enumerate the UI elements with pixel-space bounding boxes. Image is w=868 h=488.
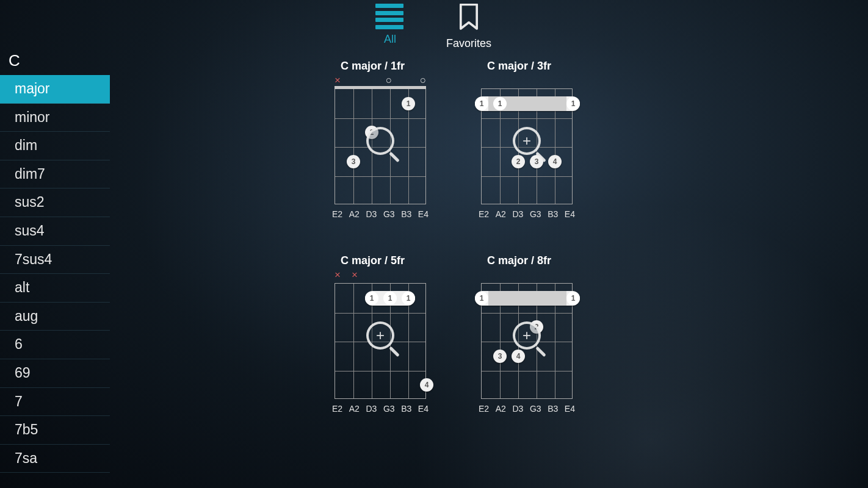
sidebar-item-6[interactable]: 6 bbox=[0, 331, 110, 359]
fretboard: 123 bbox=[335, 88, 426, 204]
sidebar-item-dim[interactable]: dim bbox=[0, 132, 110, 160]
list-icon bbox=[377, 4, 403, 29]
tab-all-label: All bbox=[384, 33, 396, 46]
string-labels: E2A2D3G3B3E4 bbox=[479, 404, 575, 414]
fretboard: 1114+ bbox=[335, 283, 426, 399]
zoom-icon[interactable]: + bbox=[366, 321, 394, 350]
chord-title: C major / 8fr bbox=[476, 254, 598, 267]
fretboard: 111234+ bbox=[481, 88, 573, 204]
chord-card-3[interactable]: C major / 8fr11234+E2A2D3G3B3E4 bbox=[476, 254, 598, 414]
tab-favorites[interactable]: Favorites bbox=[446, 4, 491, 50]
sidebar-item-alt[interactable]: alt bbox=[0, 274, 110, 303]
finger-dot: 4 bbox=[548, 155, 562, 168]
fret-header bbox=[477, 76, 576, 87]
chord-diagram-grid: C major / 1fr×○○123E2A2D3G3B3E4C major /… bbox=[330, 60, 623, 414]
finger-dot: 3 bbox=[347, 155, 360, 168]
sidebar-item-69[interactable]: 69 bbox=[0, 359, 110, 388]
fret-header: ×× bbox=[331, 271, 430, 282]
chord-type-sidebar: C majorminordimdim7sus2sus47sus4altaug66… bbox=[0, 49, 110, 473]
sidebar-item-7[interactable]: 7 bbox=[0, 388, 110, 417]
sidebar-item-aug[interactable]: aug bbox=[0, 303, 110, 331]
chord-card-1[interactable]: C major / 3fr111234+E2A2D3G3B3E4 bbox=[476, 60, 598, 219]
sidebar-item-major[interactable]: major bbox=[0, 75, 110, 104]
finger-dot: 1 bbox=[402, 97, 415, 110]
root-note-label[interactable]: C bbox=[0, 49, 110, 75]
chord-card-0[interactable]: C major / 1fr×○○123E2A2D3G3B3E4 bbox=[330, 60, 452, 219]
fret-header bbox=[477, 271, 576, 282]
chord-title: C major / 5fr bbox=[330, 254, 452, 267]
finger-dot: 2 bbox=[512, 155, 525, 168]
bookmark-icon bbox=[458, 4, 480, 34]
zoom-icon[interactable] bbox=[366, 127, 394, 155]
sidebar-item-sus4[interactable]: sus4 bbox=[0, 217, 110, 246]
sidebar-item-sus2[interactable]: sus2 bbox=[0, 188, 110, 217]
string-labels: E2A2D3G3B3E4 bbox=[479, 209, 575, 219]
string-labels: E2A2D3G3B3E4 bbox=[332, 404, 429, 414]
finger-dot: 4 bbox=[512, 350, 525, 363]
finger-dot: 4 bbox=[420, 378, 433, 392]
tab-all[interactable]: All bbox=[377, 4, 403, 50]
sidebar-item-7sus4[interactable]: 7sus4 bbox=[0, 246, 110, 274]
chord-title: C major / 1fr bbox=[330, 60, 452, 73]
fretboard: 11234+ bbox=[481, 283, 573, 399]
sidebar-item-minor[interactable]: minor bbox=[0, 104, 110, 132]
string-labels: E2A2D3G3B3E4 bbox=[332, 209, 429, 219]
barre: 11 bbox=[475, 291, 580, 306]
chord-title: C major / 3fr bbox=[476, 60, 598, 73]
sidebar-item-7sa[interactable]: 7sa bbox=[0, 445, 110, 473]
view-tabs: All Favorites bbox=[0, 4, 868, 50]
barre: 111 bbox=[365, 291, 415, 306]
sidebar-item-dim7[interactable]: dim7 bbox=[0, 160, 110, 189]
tab-favorites-label: Favorites bbox=[446, 37, 491, 50]
chord-card-2[interactable]: C major / 5fr××1114+E2A2D3G3B3E4 bbox=[330, 254, 452, 414]
barre: 111 bbox=[475, 96, 580, 111]
finger-dot: 3 bbox=[493, 350, 507, 363]
sidebar-item-7b5[interactable]: 7b5 bbox=[0, 416, 110, 445]
zoom-icon[interactable]: + bbox=[513, 321, 541, 350]
zoom-icon[interactable]: + bbox=[513, 127, 541, 155]
